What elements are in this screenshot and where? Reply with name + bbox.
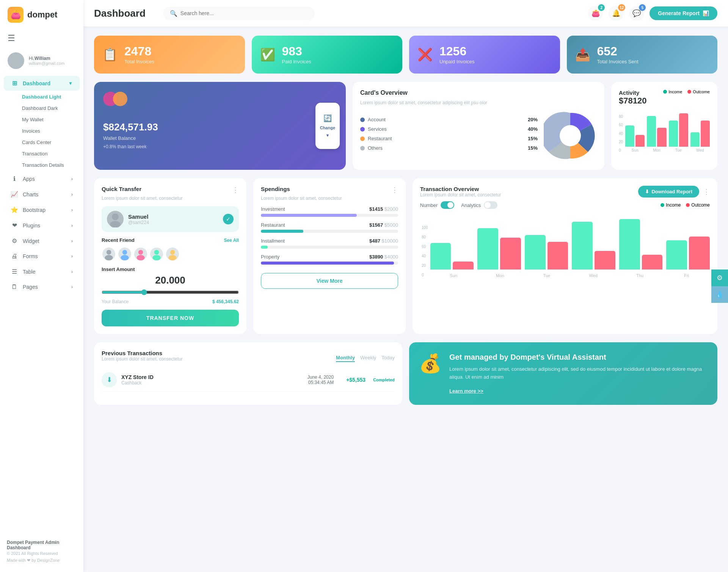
view-more-button[interactable]: View More	[261, 273, 398, 289]
to-more-options-icon[interactable]: ⋮	[703, 188, 710, 196]
search-bar[interactable]: 🔍	[163, 7, 315, 20]
sidebar-item-pages[interactable]: 🗒 Pages ›	[4, 280, 80, 294]
sub-item-cards-center[interactable]: Cards Center	[18, 137, 80, 148]
spending-label-investment: Investment	[261, 206, 285, 212]
amount-display: 20.000	[102, 274, 239, 286]
analytics-toggle[interactable]	[484, 201, 497, 209]
va-icon: 💰	[419, 353, 442, 374]
tab-weekly[interactable]: Weekly	[360, 355, 376, 362]
pt-header: Previous Transactions Lorem ipsum dolor …	[102, 350, 395, 367]
friend-avatar-4[interactable]	[149, 247, 164, 261]
wallet-notifications-btn[interactable]: 👛 2	[588, 6, 603, 21]
va-learn-more-link[interactable]: Learn more >>	[449, 388, 483, 394]
sidebar-item-apps[interactable]: ℹ Apps ›	[4, 171, 80, 186]
contact-info: Samuel @sam224	[128, 213, 149, 225]
income-legend: Income	[663, 89, 682, 94]
tab-monthly[interactable]: Monthly	[336, 355, 355, 362]
to-income-legend: Income	[661, 202, 681, 208]
label-sun: Sun	[625, 148, 645, 152]
more-options-icon[interactable]: ⋮	[232, 186, 239, 194]
tab-today[interactable]: Today	[381, 355, 395, 362]
sub-item-invoices[interactable]: Invoices	[18, 125, 80, 136]
chevron-down-icon: ▼	[325, 133, 329, 138]
to-outcome-label: Outcome	[691, 202, 710, 208]
bell-badge: 12	[618, 4, 625, 11]
see-all-link[interactable]: See All	[224, 238, 239, 243]
download-icon: ⬇	[645, 189, 649, 194]
cards-overview-title: Card's Overview	[360, 89, 597, 96]
page-title: Dashboard	[94, 8, 146, 19]
bar-outcome-sun	[635, 135, 645, 147]
star-icon: ⭐	[11, 206, 18, 213]
spending-amount-installment: $487 $10000	[369, 238, 398, 244]
qt-title-area: Quick Transfer	[102, 186, 141, 192]
stat-info-unpaid: 1256 Unpaid Invoices	[439, 45, 475, 64]
hamburger-icon[interactable]: ☰	[0, 30, 83, 47]
y-axis: 020406080	[619, 114, 623, 152]
friend-avatar-5[interactable]	[165, 247, 180, 261]
stat-info-total: 2478 Total Invoices	[124, 45, 154, 64]
chart-icon: 📊	[703, 10, 709, 16]
svg-point-12	[152, 255, 160, 260]
sidebar-item-bootstrap[interactable]: ⭐ Bootstrap ›	[4, 202, 80, 217]
sidebar-item-table[interactable]: ☰ Table ›	[4, 264, 80, 279]
big-bar-income-thu	[619, 219, 640, 270]
spending-amount-restaurant: $1567 $5000	[369, 222, 398, 228]
spending-bar-bg-investment	[261, 214, 398, 217]
spendings-subtitle: Lorem ipsum dolor sit amet, consectetur	[261, 196, 398, 201]
svg-point-3	[112, 213, 119, 220]
sub-item-dashboard-light[interactable]: Dashboard Light	[18, 91, 80, 102]
main-area: Dashboard 🔍 👛 2 🔔 12 💬 5 Generate Report…	[83, 0, 728, 572]
spending-amount-investment: $1415 $2000	[369, 206, 398, 212]
drop-float-button[interactable]: 💧	[711, 286, 728, 303]
big-bar-outcome-tue	[548, 242, 568, 270]
settings-float-button[interactable]: ⚙	[711, 270, 728, 286]
apps-icon: ℹ	[11, 175, 18, 182]
app-name: dompet	[27, 10, 57, 20]
header-actions: 👛 2 🔔 12 💬 5 Generate Report 📊	[588, 6, 717, 21]
spendings-more-options-icon[interactable]: ⋮	[391, 186, 398, 194]
sub-item-dashboard-dark[interactable]: Dashboard Dark	[18, 103, 80, 114]
spending-bar-fill-investment	[261, 214, 357, 217]
stat-info-sent: 652 Total Invoices Sent	[597, 45, 639, 64]
number-toggle[interactable]	[441, 201, 454, 209]
sub-item-my-wallet[interactable]: My Wallet	[18, 114, 80, 125]
transfer-now-button[interactable]: TRANSFER NOW	[102, 310, 239, 326]
download-report-button[interactable]: ⬇ Download Report	[638, 186, 699, 197]
forms-icon: 🖨	[11, 253, 18, 260]
activity-amount: $78120	[619, 96, 646, 106]
mc-circle-orange	[113, 92, 127, 106]
stat-cards-grid: 📋 2478 Total Invoices ✅ 983 Paid Invoice…	[94, 36, 717, 74]
pages-icon: 🗒	[11, 284, 18, 290]
spending-restaurant-header: Restaurant $1567 $5000	[261, 222, 398, 228]
amount-slider[interactable]	[102, 289, 239, 295]
transfer-contact[interactable]: Samuel @sam224 ✓	[102, 206, 239, 232]
download-btn-label: Download Report	[651, 189, 692, 194]
sub-item-transaction[interactable]: Transaction	[18, 148, 80, 159]
bar-outcome-tue	[679, 113, 688, 147]
sub-item-transaction-details[interactable]: Transaction Details	[18, 160, 80, 171]
bar-group-wed	[690, 121, 710, 147]
spending-property-header: Property $3890 $4000	[261, 254, 398, 260]
quick-transfer-header: Quick Transfer ⋮	[102, 186, 239, 194]
charts-icon: 📈	[11, 191, 18, 198]
sidebar-item-forms[interactable]: 🖨 Forms ›	[4, 249, 80, 263]
change-button[interactable]: 🔄 Change ▼	[315, 103, 340, 149]
generate-report-button[interactable]: Generate Report 📊	[650, 6, 717, 20]
friend-avatar-2[interactable]	[118, 247, 132, 261]
balance-amount: $ 456,345.62	[212, 299, 239, 304]
search-icon: 🔍	[170, 10, 177, 17]
chat-notifications-btn[interactable]: 💬 5	[629, 6, 644, 21]
bar-outcome-mon	[657, 128, 666, 147]
sidebar-item-widget[interactable]: ⚙ Widget ›	[4, 234, 80, 248]
recent-friend-label: Recent Friend	[102, 237, 135, 243]
bell-notifications-btn[interactable]: 🔔 12	[609, 6, 624, 21]
search-input[interactable]	[180, 10, 308, 16]
sidebar-item-dashboard[interactable]: ⊞ Dashboard ▼	[4, 76, 80, 91]
friend-avatar-3[interactable]	[133, 247, 148, 261]
total-invoices-icon: 📋	[102, 47, 118, 62]
sidebar-item-plugins[interactable]: ❤ Plugins ›	[4, 218, 80, 233]
friend-avatar-1[interactable]	[102, 247, 116, 261]
sidebar-item-charts[interactable]: 📈 Charts ›	[4, 187, 80, 202]
friend-avatars	[102, 247, 239, 261]
